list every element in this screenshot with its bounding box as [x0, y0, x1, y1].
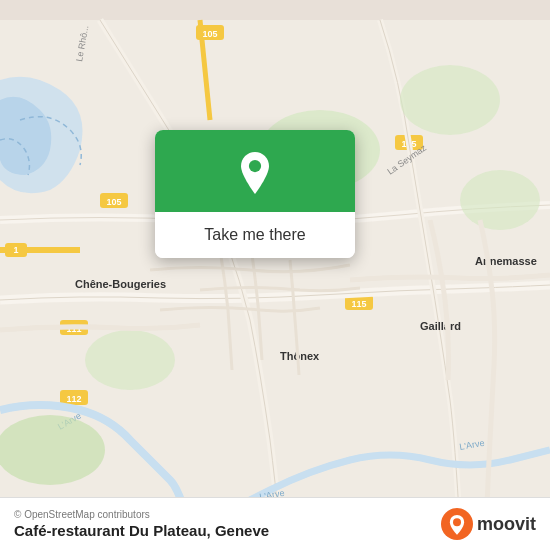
location-pin-icon	[234, 152, 276, 194]
bottom-left: © OpenStreetMap contributors Café-restau…	[14, 509, 269, 539]
copyright-text: © OpenStreetMap contributors	[14, 509, 269, 520]
svg-point-24	[85, 330, 175, 390]
popup-card: Take me there	[155, 130, 355, 258]
moovit-logo-icon	[441, 508, 473, 540]
svg-point-33	[249, 160, 261, 172]
svg-point-25	[0, 415, 105, 485]
take-me-there-button[interactable]: Take me there	[155, 212, 355, 258]
svg-text:Chêne-Bougeries: Chêne-Bougeries	[75, 278, 166, 290]
map-background: 1 105 105 110 111 112 115 115	[0, 0, 550, 550]
svg-text:Annemasse: Annemasse	[475, 255, 537, 267]
bottom-bar: © OpenStreetMap contributors Café-restau…	[0, 497, 550, 550]
map-container: 1 105 105 110 111 112 115 115	[0, 0, 550, 550]
svg-text:Gaillard: Gaillard	[420, 320, 461, 332]
svg-point-26	[460, 170, 540, 230]
popup-header	[155, 130, 355, 212]
svg-text:105: 105	[106, 197, 121, 207]
moovit-brand-text: moovit	[477, 514, 536, 535]
svg-text:Thônex: Thônex	[280, 350, 320, 362]
svg-text:112: 112	[66, 394, 81, 404]
svg-text:105: 105	[202, 29, 217, 39]
svg-point-23	[400, 65, 500, 135]
svg-text:1: 1	[13, 245, 18, 255]
venue-name: Café-restaurant Du Plateau, Geneve	[14, 522, 269, 539]
svg-text:115: 115	[351, 299, 366, 309]
svg-point-35	[453, 518, 461, 526]
moovit-logo: moovit	[441, 508, 536, 540]
